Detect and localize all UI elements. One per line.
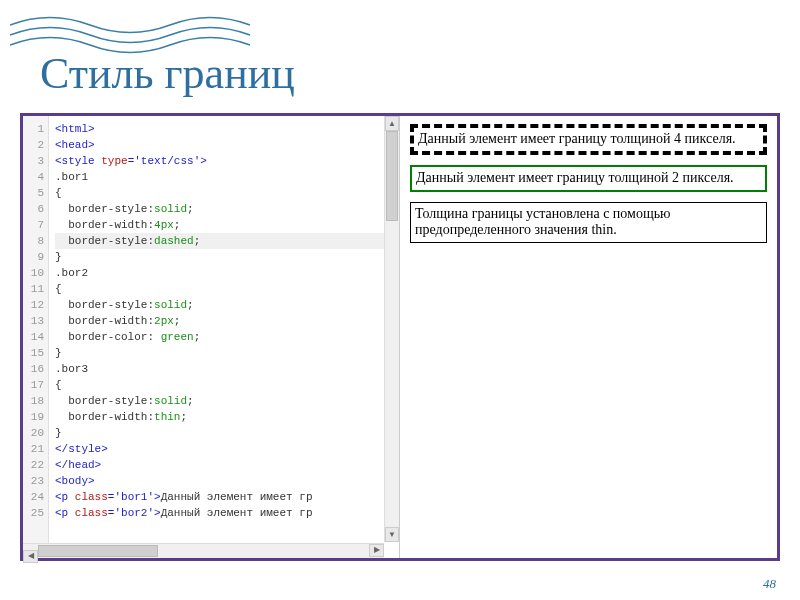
page-number: 48: [763, 576, 776, 592]
scroll-right-arrow[interactable]: ▶: [369, 544, 384, 557]
scroll-thumb-vertical[interactable]: [386, 131, 398, 221]
content-frame: 1234567891011121314151617181920212223242…: [20, 113, 780, 561]
code-editor-pane: 1234567891011121314151617181920212223242…: [23, 116, 400, 558]
header-wave-decoration: [10, 10, 270, 60]
scroll-up-arrow[interactable]: ▲: [385, 116, 399, 131]
horizontal-scrollbar[interactable]: ◀ ▶: [23, 543, 384, 558]
preview-box-green: Данный элемент имеет границу толщиной 2 …: [410, 165, 767, 192]
code-source[interactable]: <html> <head> <style type='text/css'> .b…: [49, 116, 399, 558]
scroll-down-arrow[interactable]: ▼: [385, 527, 399, 542]
vertical-scrollbar[interactable]: ▲ ▼: [384, 116, 399, 542]
scroll-thumb-horizontal[interactable]: [38, 545, 158, 557]
line-number-gutter: 1234567891011121314151617181920212223242…: [23, 116, 49, 558]
preview-box-thin: Толщина границы установлена с помощью пр…: [410, 202, 767, 244]
browser-preview-pane: Данный элемент имеет границу толщиной 4 …: [400, 116, 777, 558]
preview-box-dashed: Данный элемент имеет границу толщиной 4 …: [410, 124, 767, 155]
scroll-left-arrow[interactable]: ◀: [23, 550, 38, 563]
